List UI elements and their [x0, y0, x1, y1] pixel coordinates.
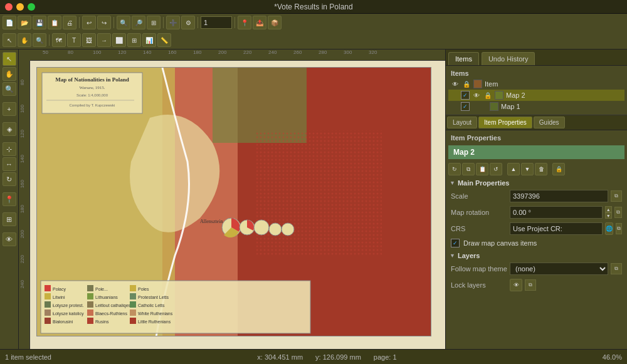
svg-text:Allensztein: Allensztein: [200, 219, 223, 224]
rotate-tool[interactable]: ↻: [3, 172, 16, 186]
add-arrow-button[interactable]: →: [97, 33, 111, 47]
print-button[interactable]: 🖨: [63, 16, 76, 29]
rotation-label: Map rotation: [451, 209, 507, 216]
maximize-button[interactable]: [28, 3, 35, 11]
item-selected-status: 1 item selected: [5, 353, 51, 361]
item-row-map1[interactable]: ✓ Map 1: [448, 101, 624, 112]
pan-tool-button[interactable]: ✋: [18, 33, 31, 47]
item-check-map1[interactable]: ✓: [461, 102, 470, 111]
scale-input[interactable]: [510, 190, 608, 202]
select-item-tool[interactable]: ↖: [3, 52, 16, 66]
export-all-button[interactable]: 📦: [268, 16, 282, 29]
sep-lt-1: [3, 97, 16, 101]
preview-tool[interactable]: 👁: [3, 232, 16, 246]
sep-lt-3: [3, 137, 16, 141]
toolbars: 📄 📂 💾 📋 🖨 ↩ ↪ 🔍 🔎 ⊞ ➕ ⚙ 📍 📤 📦 ↖ ✋ 🔍 🗺 T …: [0, 14, 627, 49]
zoom-tool-button[interactable]: 🔍: [33, 33, 46, 47]
add-table-button[interactable]: ⊞: [127, 33, 141, 47]
item-lock-icon[interactable]: 🔒: [462, 80, 471, 88]
guides-tab[interactable]: Guides: [534, 117, 565, 128]
draw-canvas-row[interactable]: ✓ Draw map canvas items: [448, 237, 624, 249]
svg-point-48: [282, 223, 294, 236]
rotation-up-btn[interactable]: ▲: [605, 206, 612, 212]
toolbar-sep-5: [234, 17, 235, 28]
items-tab[interactable]: Items: [448, 52, 479, 65]
prop-move-down-btn[interactable]: ▼: [521, 163, 534, 175]
prop-delete-btn[interactable]: 🗑: [535, 163, 547, 175]
svg-rect-20: [45, 293, 51, 299]
lock-layers-eye-btn[interactable]: 👁: [510, 279, 522, 291]
open-button[interactable]: 📂: [18, 16, 31, 29]
undo-button[interactable]: ↩: [82, 16, 96, 29]
layout-tab[interactable]: Layout: [447, 117, 477, 128]
follow-theme-select[interactable]: (none): [510, 263, 608, 275]
rotation-down-btn[interactable]: ▼: [605, 212, 612, 219]
zoom-in-button[interactable]: 🔍: [117, 16, 130, 29]
settings-button[interactable]: ⚙: [181, 16, 195, 29]
move-tool[interactable]: ⊹: [3, 142, 16, 156]
prop-reset-btn[interactable]: ↺: [490, 163, 502, 175]
item-lock-map2[interactable]: 🔒: [483, 91, 492, 100]
guides-tool[interactable]: ⊞: [3, 212, 16, 226]
add-image-button[interactable]: 🖼: [82, 33, 96, 47]
page-status: page: 1: [374, 353, 397, 361]
add-item-tool[interactable]: +: [3, 102, 16, 116]
add-label-button[interactable]: T: [67, 33, 81, 47]
crs-input[interactable]: [510, 222, 603, 235]
add-legend-button[interactable]: 📊: [142, 33, 156, 47]
scale-label: Scale: [451, 192, 507, 200]
select-tool-button[interactable]: ↖: [3, 33, 16, 47]
add-map-button[interactable]: 🗺: [52, 33, 66, 47]
scale-copy-btn[interactable]: ⧉: [611, 190, 622, 202]
map-canvas[interactable]: Map of Nationalities in Poland Warsaw, 1…: [30, 61, 445, 349]
add-page-button[interactable]: ➕: [166, 16, 180, 29]
item-eye-map2[interactable]: 👁: [472, 91, 481, 100]
rotation-copy-btn[interactable]: ⧉: [614, 207, 623, 218]
zoom-out-button[interactable]: 🔎: [132, 16, 145, 29]
new-button[interactable]: 📄: [3, 16, 16, 29]
atlas-button[interactable]: 📍: [238, 16, 251, 29]
prop-paste-style-btn[interactable]: 📋: [476, 163, 488, 175]
pan-tool[interactable]: ✋: [3, 67, 16, 81]
item-label: Item: [485, 80, 498, 88]
rotation-spinner[interactable]: ▲ ▼: [605, 206, 612, 219]
prop-lock-btn[interactable]: 🔒: [552, 163, 565, 175]
item-check-map2[interactable]: ✓: [461, 91, 470, 100]
rotation-input[interactable]: [510, 206, 603, 219]
export-button[interactable]: 📤: [253, 16, 266, 29]
crs-copy-btn[interactable]: ⧉: [616, 223, 622, 234]
layers-arrow: ▼: [450, 252, 455, 259]
undo-history-tab[interactable]: Undo History: [482, 52, 535, 65]
item-row-map2[interactable]: ✓ 👁 🔒 Map 2: [448, 90, 624, 101]
item-eye-icon[interactable]: 👁: [451, 80, 460, 88]
add-scalebar-button[interactable]: 📏: [157, 33, 171, 47]
follow-theme-copy-btn[interactable]: ⧉: [611, 263, 622, 274]
crs-select-btn[interactable]: 🌐: [605, 222, 613, 235]
close-button[interactable]: [5, 3, 13, 11]
atlas-tool[interactable]: 📍: [3, 192, 16, 206]
zoom-canvas-tool[interactable]: 🔍: [3, 82, 16, 96]
lock-layers-copy-btn[interactable]: ⧉: [525, 279, 536, 291]
redo-button[interactable]: ↪: [97, 16, 111, 29]
prop-move-up-btn[interactable]: ▲: [507, 163, 520, 175]
add-shape-button[interactable]: ⬜: [112, 33, 126, 47]
prop-refresh-btn[interactable]: ↻: [448, 163, 461, 175]
minimize-button[interactable]: [16, 3, 24, 11]
svg-text:Scale: 1:4,000,000: Scale: 1:4,000,000: [76, 93, 108, 97]
save-button[interactable]: 💾: [33, 16, 46, 29]
resize-tool[interactable]: ↔: [3, 157, 16, 171]
page-input[interactable]: [201, 16, 232, 29]
main-properties-header[interactable]: ▼ Main Properties: [448, 177, 624, 188]
node-edit-tool[interactable]: ◈: [3, 122, 16, 136]
layers-header[interactable]: ▼ Layers: [448, 249, 624, 261]
item-properties-tab[interactable]: Item Properties: [478, 117, 532, 128]
draw-canvas-checkbox[interactable]: ✓: [451, 239, 460, 247]
saveas-button[interactable]: 📋: [48, 16, 61, 29]
draw-canvas-label: Draw map canvas items: [463, 239, 537, 247]
map-image-container[interactable]: Map of Nationalities in Poland Warsaw, 1…: [36, 67, 431, 336]
item-row-item[interactable]: 👁 🔒 Item: [448, 78, 624, 90]
canvas-area[interactable]: 50 80 100 120 140 160 180 200 220 240 26…: [19, 49, 445, 349]
prop-copy-style-btn[interactable]: ⧉: [462, 163, 475, 175]
zoom-fit-button[interactable]: ⊞: [147, 16, 161, 29]
svg-rect-32: [45, 309, 51, 316]
